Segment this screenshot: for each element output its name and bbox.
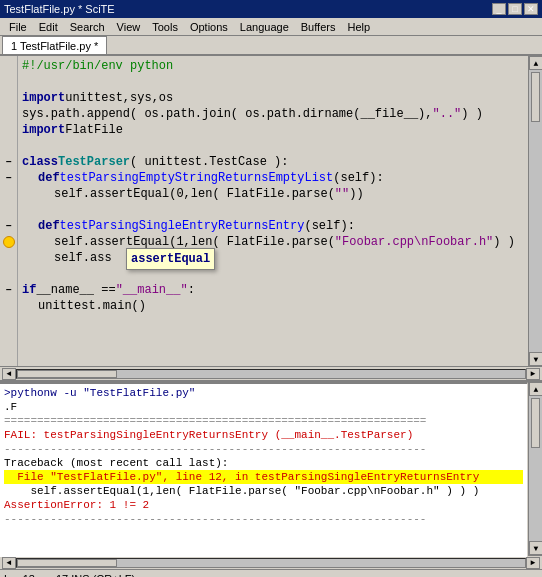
output-vscrollbar[interactable]: ▲ ▼ (528, 382, 542, 555)
out-hscroll-left[interactable]: ◄ (2, 557, 16, 569)
tab-testflatfile[interactable]: 1 TestFlatFile.py * (2, 36, 107, 54)
output-pane: >pythonw -u "TestFlatFile.py" .F =======… (0, 382, 528, 557)
gutter-line-2 (0, 74, 17, 90)
code-line-blank3 (22, 202, 524, 218)
status-text: Ln=13 co=17 INS (CR+LF) (4, 573, 135, 578)
output-line-sep3: ----------------------------------------… (4, 512, 523, 526)
vscroll-thumb[interactable] (531, 72, 540, 122)
gutter-line-14 (0, 266, 17, 282)
menu-view[interactable]: View (112, 20, 146, 34)
code-line-assert2: self.assertEqual(1,len( FlatFile.parse( … (22, 234, 524, 250)
code-line-1: #!/usr/bin/env python (22, 58, 524, 74)
out-hscroll-track[interactable] (16, 558, 526, 568)
vscroll-track[interactable] (529, 70, 542, 352)
menu-buffers[interactable]: Buffers (296, 20, 341, 34)
menu-file[interactable]: File (4, 20, 32, 34)
gutter-fold-def2[interactable]: − (0, 218, 17, 234)
close-button[interactable]: ✕ (524, 3, 538, 15)
minimize-button[interactable]: _ (492, 3, 506, 15)
gutter-line-10 (0, 202, 17, 218)
gutter-line-9 (0, 186, 17, 202)
editor-hscrollbar: ◄ ► (0, 366, 542, 380)
code-line-def1: def testParsingEmptyStringReturnsEmptyLi… (22, 170, 524, 186)
line-gutter: − − − − (0, 56, 18, 366)
output-hscrollbar: ◄ ► (0, 555, 542, 569)
code-line-assert1: self.assertEqual(0,len( FlatFile.parse("… (22, 186, 524, 202)
code-editor[interactable]: #!/usr/bin/env python import unittest,sy… (18, 56, 528, 366)
out-vscroll-down[interactable]: ▼ (529, 541, 542, 555)
autocomplete-popup[interactable]: assertEqual (126, 248, 215, 270)
gutter-line-3 (0, 90, 17, 106)
output-line-sep1: ========================================… (4, 414, 523, 428)
output-line-traceback: Traceback (most recent call last): (4, 456, 523, 470)
maximize-button[interactable]: □ (508, 3, 522, 15)
gutter-line-6 (0, 138, 17, 154)
code-line-selfass: self.ass (22, 250, 524, 266)
menu-search[interactable]: Search (65, 20, 110, 34)
output-line-sep2: ----------------------------------------… (4, 442, 523, 456)
gutter-line-1 (0, 58, 17, 74)
code-line-class: class TestParser( unittest.TestCase ): (22, 154, 524, 170)
code-line-4: sys.path.append( os.path.join( os.path.d… (22, 106, 524, 122)
code-line-blank1 (22, 74, 524, 90)
gutter-line-4 (0, 106, 17, 122)
editor-wrapper: − − − − #!/usr/bin/env python import uni… (0, 56, 542, 366)
gutter-line-5 (0, 122, 17, 138)
menu-help[interactable]: Help (342, 20, 375, 34)
code-line-5: import FlatFile (22, 122, 524, 138)
output-line-code: self.assertEqual(1,len( FlatFile.parse( … (4, 484, 523, 498)
menu-edit[interactable]: Edit (34, 20, 63, 34)
gutter-line-13 (0, 250, 17, 266)
window-controls: _ □ ✕ (492, 3, 538, 15)
out-vscroll-up[interactable]: ▲ (529, 382, 542, 396)
output-line-2: .F (4, 400, 523, 414)
menu-bar: File Edit Search View Tools Options Lang… (0, 18, 542, 36)
gutter-line-16 (0, 298, 17, 314)
code-line-if: if __name__ == "__main__": (22, 282, 524, 298)
output-line-1: >pythonw -u "TestFlatFile.py" (4, 386, 523, 400)
hscroll-thumb[interactable] (17, 370, 117, 378)
hscroll-track[interactable] (16, 369, 526, 379)
hscroll-right-button[interactable]: ► (526, 368, 540, 380)
menu-options[interactable]: Options (185, 20, 233, 34)
title-text: TestFlatFile.py * SciTE (4, 3, 115, 15)
title-bar: TestFlatFile.py * SciTE _ □ ✕ (0, 0, 542, 18)
vscroll-up-button[interactable]: ▲ (529, 56, 542, 70)
out-vscroll-track[interactable] (529, 396, 542, 541)
out-hscroll-thumb[interactable] (17, 559, 117, 567)
menu-language[interactable]: Language (235, 20, 294, 34)
status-bar: Ln=13 co=17 INS (CR+LF) (0, 569, 542, 577)
code-line-3: import unittest,sys,os (22, 90, 524, 106)
tab-bar: 1 TestFlatFile.py * (0, 36, 542, 56)
out-vscroll-thumb[interactable] (531, 398, 540, 448)
gutter-fold-class[interactable]: − (0, 154, 17, 170)
gutter-fold-if[interactable]: − (0, 282, 17, 298)
editor-vscrollbar[interactable]: ▲ ▼ (528, 56, 542, 366)
menu-tools[interactable]: Tools (147, 20, 183, 34)
output-line-error: AssertionError: 1 != 2 (4, 498, 523, 512)
code-line-def2: def testParsingSingleEntryReturnsEntry(s… (22, 218, 524, 234)
code-line-main: unittest.main() (22, 298, 524, 314)
hscroll-left-button[interactable]: ◄ (2, 368, 16, 380)
out-hscroll-right[interactable]: ► (526, 557, 540, 569)
output-line-file: File "TestFlatFile.py", line 12, in test… (4, 470, 523, 484)
code-line-blank4 (22, 266, 524, 282)
gutter-fold-def1[interactable]: − (0, 170, 17, 186)
output-wrapper: >pythonw -u "TestFlatFile.py" .F =======… (0, 380, 542, 555)
vscroll-down-button[interactable]: ▼ (529, 352, 542, 366)
code-line-blank2 (22, 138, 524, 154)
output-line-fail: FAIL: testParsingSingleEntryReturnsEntry… (4, 428, 523, 442)
gutter-breakpoint (0, 234, 17, 250)
